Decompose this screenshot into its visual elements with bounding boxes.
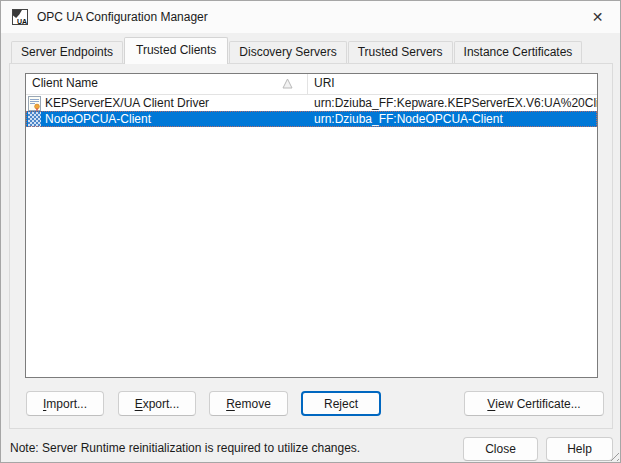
remove-button[interactable]: Remove — [209, 391, 288, 416]
list-header: Client Name URI — [26, 74, 597, 95]
view-certificate-button[interactable]: View Certificate... — [464, 391, 604, 416]
runtime-note-text: Note: Server Runtime reinitialization is… — [10, 441, 360, 455]
app-icon-figure — [13, 10, 22, 18]
app-icon: UA — [12, 9, 28, 25]
close-window-button[interactable]: ✕ — [575, 1, 620, 32]
table-row-selected[interactable]: NodeOPCUA-Client urn:Dziuba_FF:NodeOPCUA… — [26, 111, 597, 127]
tab-instance-certificates[interactable]: Instance Certificates — [454, 41, 583, 63]
column-header-client-name[interactable]: Client Name — [26, 74, 308, 94]
sort-ascending-icon — [282, 78, 293, 89]
client-name: NodeOPCUA-Client — [45, 112, 151, 126]
help-button[interactable]: Help — [546, 437, 613, 461]
certificate-icon — [28, 96, 41, 111]
opc-ua-configuration-manager-dialog: UA OPC UA Configuration Manager ✕ Server… — [0, 0, 621, 463]
tab-discovery-servers[interactable]: Discovery Servers — [229, 41, 346, 63]
import-button[interactable]: Import... — [26, 391, 104, 416]
reject-button[interactable]: Reject — [301, 391, 381, 416]
client-uri: urn:Dziuba_FF:Kepware.KEPServerEX.V6:UA%… — [308, 96, 597, 110]
certificate-selected-icon — [28, 112, 41, 127]
export-button[interactable]: Export... — [118, 391, 196, 416]
window-title: OPC UA Configuration Manager — [37, 10, 208, 24]
tab-strip: Server Endpoints Trusted Clients Discove… — [11, 37, 583, 63]
trusted-clients-list: Client Name URI KEPServerEX/UA C — [25, 73, 598, 378]
tab-trusted-servers[interactable]: Trusted Servers — [348, 41, 453, 63]
close-icon: ✕ — [592, 9, 604, 25]
tab-trusted-clients[interactable]: Trusted Clients — [124, 37, 228, 64]
table-row[interactable]: KEPServerEX/UA Client Driver urn:Dziuba_… — [26, 95, 597, 111]
client-name: KEPServerEX/UA Client Driver — [45, 96, 209, 110]
tab-server-endpoints[interactable]: Server Endpoints — [11, 41, 123, 63]
app-icon-ua-text: UA — [17, 18, 27, 25]
titlebar: UA OPC UA Configuration Manager ✕ — [1, 1, 620, 33]
close-button[interactable]: Close — [463, 437, 538, 461]
column-header-uri[interactable]: URI — [308, 74, 597, 94]
client-uri: urn:Dziuba_FF:NodeOPCUA-Client — [308, 112, 597, 126]
